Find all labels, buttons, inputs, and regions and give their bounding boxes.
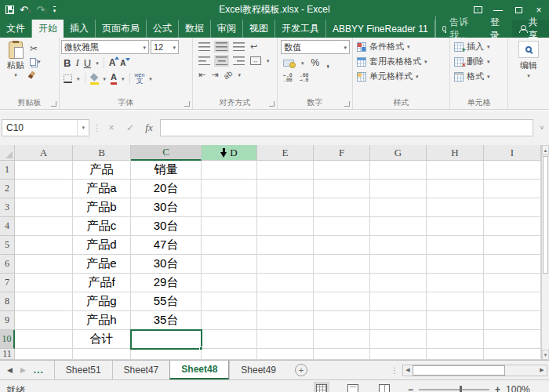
zoom-out-icon[interactable]: −	[408, 386, 413, 392]
cell-i10[interactable]	[484, 330, 541, 349]
font-dialog-launcher-icon[interactable]	[184, 101, 190, 107]
cell-d6[interactable]	[202, 255, 257, 274]
find-select-button[interactable]	[518, 41, 539, 58]
merge-center-icon[interactable]: ↔	[250, 56, 261, 65]
increase-font-size-button[interactable]: A	[109, 57, 116, 68]
underline-dropdown-icon[interactable]: ▾	[96, 60, 99, 66]
cell-a7[interactable]	[15, 274, 73, 292]
page-break-view-icon[interactable]	[379, 384, 390, 392]
cell-g1[interactable]	[370, 161, 427, 180]
column-header-h[interactable]: H	[427, 145, 484, 161]
accounting-format-icon[interactable]	[283, 60, 294, 67]
delete-cells-button[interactable]: × 删除▾	[452, 55, 506, 68]
row-header-11[interactable]: 11	[0, 349, 15, 360]
format-cells-button[interactable]: 格式▾	[452, 70, 506, 83]
decrease-decimal-icon[interactable]: .00 →.0	[300, 73, 309, 83]
cell-i4[interactable]	[484, 217, 541, 236]
cell-g5[interactable]	[370, 236, 427, 255]
cell-a8[interactable]	[15, 292, 73, 311]
cell-f2[interactable]	[314, 180, 370, 198]
percent-style-button[interactable]: %	[311, 57, 320, 68]
row-header-10[interactable]: 10	[0, 330, 15, 349]
cell-f7[interactable]	[314, 274, 370, 292]
cell-i11[interactable]	[484, 349, 541, 360]
cell-g8[interactable]	[370, 292, 427, 311]
cell-b8[interactable]: 产品g	[73, 292, 131, 311]
expand-formula-bar-icon[interactable]: ˅	[536, 124, 547, 132]
number-format-select[interactable]: 数值▾	[281, 40, 350, 54]
cell-h9[interactable]	[427, 311, 484, 330]
row-header-5[interactable]: 5	[0, 236, 15, 255]
previous-sheet-icon[interactable]: ◀	[7, 366, 13, 374]
cell-b2[interactable]: 产品a	[73, 180, 131, 198]
decrease-font-size-button[interactable]: A	[120, 59, 125, 67]
next-sheet-icon[interactable]: ▶	[20, 366, 26, 374]
cell-c5[interactable]: 47台	[131, 236, 202, 255]
cell-a6[interactable]	[15, 255, 73, 274]
cell-d10[interactable]	[202, 330, 257, 349]
cell-c8[interactable]: 55台	[131, 292, 202, 311]
copy-button[interactable]: ▾	[30, 56, 41, 67]
cell-c9[interactable]: 35台	[131, 311, 202, 330]
phonetic-guide-icon[interactable]: wén 文	[135, 72, 145, 85]
cell-d11[interactable]	[202, 349, 257, 360]
paste-dropdown-icon[interactable]: ▾	[14, 72, 17, 78]
fill-handle[interactable]	[199, 347, 203, 350]
column-header-f[interactable]: F	[314, 145, 370, 161]
cell-b5[interactable]: 产品d	[73, 236, 131, 255]
tab-splitter-handle[interactable]: ⋮	[391, 366, 398, 375]
ribbon-tab-data[interactable]: 数据	[179, 20, 211, 38]
cell-e4[interactable]	[257, 217, 314, 236]
cell-d5[interactable]	[202, 236, 257, 255]
cell-d4[interactable]	[202, 217, 257, 236]
zoom-in-icon[interactable]: +	[495, 386, 500, 392]
cell-e7[interactable]	[257, 274, 314, 292]
cell-a1[interactable]	[15, 161, 73, 180]
alignment-dialog-launcher-icon[interactable]	[269, 101, 274, 107]
cell-e11[interactable]	[257, 349, 314, 360]
font-name-select[interactable]: 微软雅黑▾	[61, 40, 149, 54]
font-size-select[interactable]: 12▾	[151, 40, 179, 54]
cell-i1[interactable]	[484, 161, 541, 180]
editing-dropdown-icon[interactable]: ▾	[527, 73, 530, 78]
paste-button[interactable]: 粘贴 ▾	[2, 40, 30, 99]
align-left-icon[interactable]	[198, 56, 210, 65]
cell-h8[interactable]	[427, 292, 484, 311]
page-layout-view-icon[interactable]	[347, 384, 358, 392]
increase-indent-icon[interactable]: ⇥	[211, 71, 218, 79]
bold-button[interactable]: B	[64, 57, 71, 69]
cell-g9[interactable]	[370, 311, 427, 330]
cell-d8[interactable]	[202, 292, 257, 311]
save-icon[interactable]	[5, 5, 14, 14]
cell-i2[interactable]	[484, 180, 541, 198]
selected-cell-outline[interactable]	[130, 329, 202, 350]
cell-h11[interactable]	[427, 349, 484, 360]
cell-g11[interactable]	[370, 349, 427, 360]
cell-h3[interactable]	[427, 198, 484, 217]
maximize-icon[interactable]	[508, 0, 529, 20]
cell-b6[interactable]: 产品e	[73, 255, 131, 274]
row-header-2[interactable]: 2	[0, 180, 15, 198]
row-header-3[interactable]: 3	[0, 198, 15, 217]
cell-h6[interactable]	[427, 255, 484, 274]
ribbon-tab-abbyy[interactable]: ABBYY FineReader 11	[326, 20, 435, 38]
row-header-9[interactable]: 9	[0, 311, 15, 330]
vertical-scrollbar-thumb[interactable]	[543, 156, 548, 274]
underline-button[interactable]: U	[84, 57, 91, 69]
cell-i6[interactable]	[484, 255, 541, 274]
column-header-g[interactable]: G	[370, 145, 427, 161]
format-as-table-button[interactable]: 套用表格格式▾	[354, 55, 448, 68]
cell-h10[interactable]	[427, 330, 484, 349]
cell-e3[interactable]	[257, 198, 314, 217]
cell-d7[interactable]	[202, 274, 257, 292]
redo-icon[interactable]: ↷▾	[36, 5, 47, 15]
cell-c3[interactable]: 30台	[131, 198, 202, 217]
align-center-icon[interactable]	[216, 56, 227, 65]
horizontal-scrollbar[interactable]: ◀ ▶	[402, 365, 547, 376]
wrap-text-icon[interactable]: ↩	[250, 42, 257, 51]
column-header-e[interactable]: E	[257, 145, 314, 161]
formula-input[interactable]	[160, 119, 533, 136]
cell-b7[interactable]: 产品f	[73, 274, 131, 292]
cell-i9[interactable]	[484, 311, 541, 330]
cell-e1[interactable]	[257, 161, 314, 180]
